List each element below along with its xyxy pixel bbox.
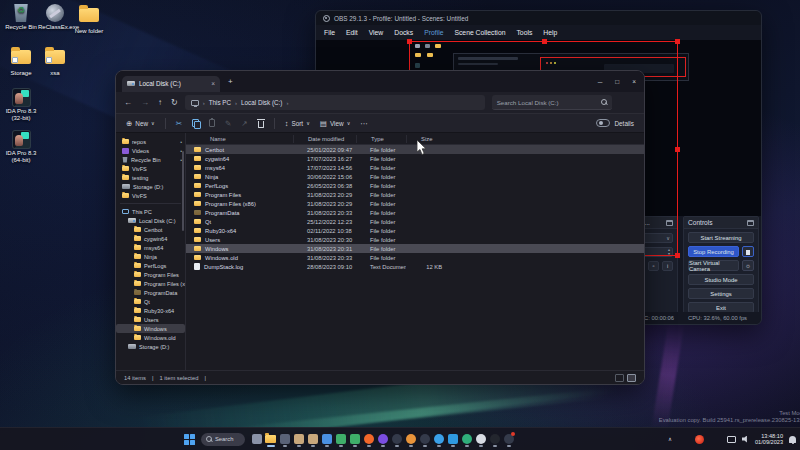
tray-expand-icon[interactable]: ∧ <box>668 436 672 442</box>
pause-recording-button[interactable] <box>742 246 754 257</box>
settings-button[interactable]: Settings <box>688 288 754 299</box>
sidebar-item-certbot[interactable]: Certbot <box>116 225 185 234</box>
sidebar-item-this-pc[interactable]: This PC <box>116 207 185 216</box>
desktop-icon-xsa[interactable]: xsa <box>38 46 72 77</box>
taskbar-vscode[interactable] <box>446 432 459 447</box>
obs-menu-edit[interactable]: Edit <box>346 29 358 36</box>
taskbar-firefox[interactable] <box>362 432 375 447</box>
file-row[interactable]: msys6417/07/2023 14:56File folder <box>186 163 644 172</box>
refresh-button[interactable]: ↻ <box>171 98 178 107</box>
details-view-button[interactable] <box>615 374 624 382</box>
sidebar-item-videos[interactable]: Videos• <box>116 146 185 155</box>
taskbar-notif-app[interactable] <box>502 432 515 447</box>
new-button[interactable]: ⊕ New ∨ <box>126 119 155 128</box>
capture-handle[interactable] <box>542 39 547 44</box>
taskbar-search[interactable]: Search <box>201 433 245 446</box>
sidebar-item-repos[interactable]: repos• <box>116 137 185 146</box>
rename-button[interactable]: ✎ <box>225 119 231 128</box>
up-button[interactable]: ↑ <box>158 98 162 107</box>
capture-handle[interactable] <box>407 39 412 44</box>
breadcrumb-local-disk[interactable]: Local Disk (C:) <box>241 99 282 106</box>
sidebar-item-windows[interactable]: Windows <box>116 324 185 333</box>
taskbar-blue-round-app[interactable] <box>432 432 445 447</box>
sidebar-item-msys64[interactable]: msys64 <box>116 243 185 252</box>
file-row[interactable]: Program Files31/08/2023 20:29File folder <box>186 190 644 199</box>
sidebar-item-ninja[interactable]: Ninja <box>116 252 185 261</box>
desktop-icon-ida-pro-8-3-32-bit-[interactable]: IDA Pro 8.3 (32-bit) <box>4 88 38 122</box>
sidebar-item-storage-d-[interactable]: Storage (D:) <box>116 342 185 351</box>
file-row[interactable]: Windows.old31/08/2023 20:33File folder <box>186 253 644 262</box>
tab-close-icon[interactable]: × <box>211 80 215 87</box>
file-row[interactable]: Qt25/12/2022 12:23File folder <box>186 217 644 226</box>
taskbar-green-diamond-app[interactable] <box>460 432 473 447</box>
close-button[interactable]: × <box>632 78 636 85</box>
share-button[interactable]: ↗ <box>241 119 247 128</box>
obs-menu-help[interactable]: Help <box>543 29 557 36</box>
desktop-icon-ida-pro-8-3-64-bit-[interactable]: IDA Pro 8.3 (64-bit) <box>4 130 38 164</box>
taskbar-green-doc-2[interactable] <box>348 432 361 447</box>
start-button[interactable] <box>183 432 196 447</box>
sidebar-item-testing[interactable]: testing <box>116 173 185 182</box>
file-row[interactable]: Ruby30-x6402/11/2022 10:38File folder <box>186 226 644 235</box>
breadcrumb[interactable]: › This PC › Local Disk (C:) › <box>185 95 485 110</box>
desktop-icon-storage[interactable]: Storage <box>4 46 38 77</box>
forward-button[interactable]: → <box>141 98 149 107</box>
transition-properties-button[interactable]: i <box>662 261 673 271</box>
file-row[interactable]: Certbot25/01/2022 09:47File folder <box>186 145 644 154</box>
file-row[interactable]: Program Files (x86)31/08/2023 20:29File … <box>186 199 644 208</box>
sidebar-item-vivfs[interactable]: VivFS <box>116 164 185 173</box>
stop-recording-button[interactable]: Stop Recording <box>688 246 739 257</box>
file-row[interactable]: ProgramData31/08/2023 20:33File folder <box>186 208 644 217</box>
new-tab-button[interactable]: + <box>228 77 233 86</box>
taskbar-round-app-1[interactable] <box>390 432 403 447</box>
taskbar-store-app[interactable] <box>320 432 333 447</box>
column-name[interactable]: Name <box>186 135 293 143</box>
taskbar-green-doc-1[interactable] <box>334 432 347 447</box>
column-type[interactable]: Type <box>356 135 406 143</box>
taskbar-github[interactable] <box>488 432 501 447</box>
desktop-icon-new-folder[interactable]: New folder <box>72 4 106 35</box>
explorer-tab[interactable]: Local Disk (C:) × <box>122 76 220 92</box>
sidebar-item-cygwin64[interactable]: cygwin64 <box>116 234 185 243</box>
obs-menu-scene-collection[interactable]: Scene Collection <box>454 29 505 36</box>
taskbar-round-app-3[interactable] <box>418 432 431 447</box>
taskbar-claw-app-1[interactable] <box>292 432 305 447</box>
back-button[interactable]: ← <box>124 98 132 107</box>
volume-icon[interactable] <box>742 436 749 443</box>
sidebar-item-qt[interactable]: Qt <box>116 297 185 306</box>
taskbar-claw-app-2[interactable] <box>306 432 319 447</box>
sidebar-item-windows-old[interactable]: Windows.old <box>116 333 185 342</box>
details-toggle[interactable]: Details <box>596 119 634 127</box>
maximize-button[interactable]: □ <box>615 78 619 85</box>
notifications-bell-icon[interactable] <box>789 436 796 443</box>
sidebar-item-ruby30-x64[interactable]: Ruby30-x64 <box>116 306 185 315</box>
taskbar-cloud-app[interactable] <box>474 432 487 447</box>
file-row[interactable]: cygwin6417/07/2023 16:27File folder <box>186 154 644 163</box>
file-row[interactable]: Ninja30/06/2022 15:06File folder <box>186 172 644 181</box>
large-icons-view-button[interactable] <box>627 374 636 382</box>
sidebar-item-programdata[interactable]: ProgramData <box>116 288 185 297</box>
breadcrumb-this-pc[interactable]: This PC <box>209 99 231 106</box>
start-streaming-button[interactable]: Start Streaming <box>688 232 754 243</box>
obs-menu-tools[interactable]: Tools <box>516 29 532 36</box>
transition-config-button[interactable]: ▫ <box>648 261 659 271</box>
start-virtual-camera-button[interactable]: Start Virtual Camera <box>688 260 739 271</box>
column-date-modified[interactable]: Date modified <box>293 135 356 143</box>
network-icon[interactable] <box>727 436 736 443</box>
taskbar-task-view[interactable] <box>250 432 263 447</box>
sidebar-item-recycle-bin[interactable]: Recycle Bin• <box>116 155 185 164</box>
obs-menu-profile[interactable]: Profile <box>424 29 443 36</box>
taskbar-purple-browser[interactable] <box>376 432 389 447</box>
studio-mode-button[interactable]: Studio Mode <box>688 274 754 285</box>
file-row[interactable]: Windows31/08/2023 20:31File folder <box>186 244 644 253</box>
sidebar-item-users[interactable]: Users <box>116 315 185 324</box>
sidebar-scrollbar[interactable] <box>182 151 184 231</box>
taskbar-app-window[interactable] <box>278 432 291 447</box>
desktop-icon-reclassex-exe[interactable]: ReClassEx.exe <box>38 4 72 31</box>
file-row[interactable]: DumpStack.log28/08/2023 09:10Text Docume… <box>186 262 644 271</box>
cut-button[interactable]: ✂ <box>176 119 182 128</box>
sidebar-item-local-disk-c-[interactable]: Local Disk (C:) <box>116 216 185 225</box>
sidebar-item-storage-d-[interactable]: Storage (D:) <box>116 182 185 191</box>
obs-menu-docks[interactable]: Docks <box>394 29 413 36</box>
delete-button[interactable] <box>258 121 264 128</box>
